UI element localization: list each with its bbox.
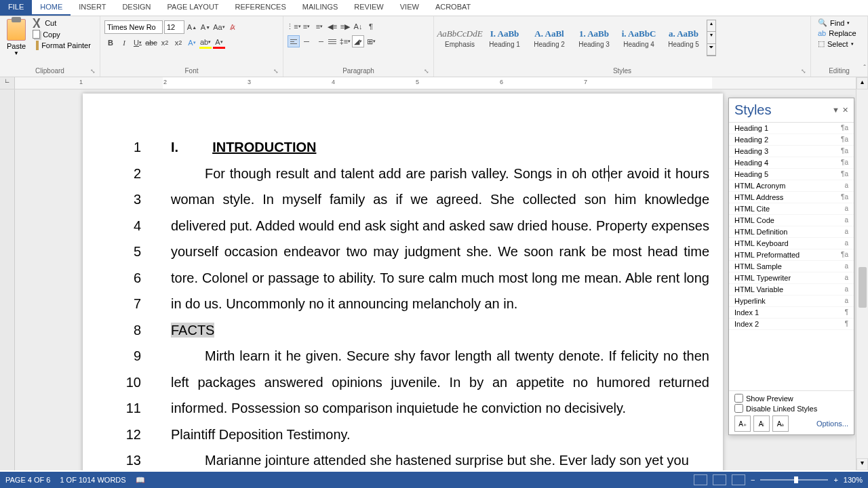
style-list-item[interactable]: Heading 3¶a — [729, 146, 854, 157]
disable-linked-checkbox[interactable]: Disable Linked Styles — [734, 404, 848, 413]
copy-button[interactable]: Copy — [30, 29, 94, 39]
styles-options-link[interactable]: Options... — [816, 420, 848, 428]
style-list-item[interactable]: HTML Address¶a — [729, 192, 854, 203]
bullets-button[interactable]: ⋮≡▾ — [288, 20, 300, 33]
zoom-slider[interactable] — [760, 479, 828, 481]
style-item-heading-2[interactable]: A. AaBlHeading 2 — [528, 20, 571, 56]
manage-styles-button[interactable]: Aₐ — [772, 415, 789, 432]
styles-gallery-scroll[interactable]: ▴▾⏷ — [707, 20, 716, 56]
tab-mailings[interactable]: MAILINGS — [294, 0, 347, 16]
style-item-heading-5[interactable]: a. AaBbHeading 5 — [662, 20, 705, 56]
align-center-button[interactable] — [300, 35, 313, 47]
zoom-thumb[interactable] — [794, 476, 798, 483]
tab-file[interactable]: FILE — [0, 0, 32, 16]
grow-font-button[interactable]: A▲ — [186, 21, 198, 33]
style-list-item[interactable]: Heading 4¶a — [729, 157, 854, 169]
styles-pane-close-icon[interactable]: ✕ — [842, 106, 848, 115]
style-list-item[interactable]: HTML Variablea — [729, 284, 854, 296]
spelling-icon[interactable]: 📖 — [136, 476, 145, 485]
font-name-combo[interactable] — [104, 20, 163, 34]
change-case-button[interactable]: Aa▾ — [213, 21, 225, 33]
style-list-item[interactable]: HTML Acronyma — [729, 180, 854, 192]
styles-pane-dropdown-icon[interactable]: ▼ — [832, 106, 840, 115]
font-dialog-launcher[interactable]: ⤡ — [273, 68, 281, 76]
bold-button[interactable]: B — [104, 37, 117, 49]
decrease-indent-button[interactable]: ◀≡ — [326, 20, 338, 33]
line-spacing-button[interactable]: ‡≡▾ — [339, 35, 351, 47]
show-marks-button[interactable]: ¶ — [365, 20, 377, 33]
scroll-up-button[interactable]: ▴ — [856, 77, 868, 89]
zoom-level[interactable]: 130% — [844, 476, 863, 484]
vertical-scrollbar[interactable]: ▴ ▾ — [856, 77, 868, 470]
shrink-font-button[interactable]: A▼ — [199, 21, 212, 33]
style-list-item[interactable]: Hyperlinka — [729, 296, 854, 307]
tab-insert[interactable]: INSERT — [71, 0, 114, 16]
superscript-button[interactable]: x2 — [172, 37, 184, 49]
zoom-in-button[interactable]: + — [833, 476, 837, 484]
web-layout-button[interactable] — [732, 474, 745, 485]
tab-acrobat[interactable]: ACROBAT — [427, 0, 479, 16]
status-words[interactable]: 1 OF 1014 WORDS — [60, 476, 125, 485]
style-list-item[interactable]: Index 1¶ — [729, 307, 854, 319]
tab-selector[interactable]: ∟ — [0, 77, 15, 89]
align-right-button[interactable] — [313, 35, 326, 47]
styles-list[interactable]: Heading 1¶aHeading 2¶aHeading 3¶aHeading… — [729, 122, 854, 391]
cut-button[interactable]: Cut — [30, 18, 94, 28]
tab-design[interactable]: DESIGN — [114, 0, 159, 16]
format-painter-button[interactable]: Format Painter — [30, 40, 94, 51]
status-page[interactable]: PAGE 4 OF 6 — [5, 476, 50, 485]
align-left-button[interactable] — [288, 35, 300, 47]
scroll-down-button[interactable]: ▾ — [856, 458, 868, 470]
style-list-item[interactable]: HTML Typewritera — [729, 272, 854, 284]
select-button[interactable]: ⬚Select▾ — [815, 39, 863, 49]
style-list-item[interactable]: HTML Definitiona — [729, 226, 854, 238]
shading-button[interactable]: ◢▾ — [352, 35, 364, 47]
ruler-vertical[interactable] — [0, 89, 15, 470]
style-inspector-button[interactable]: Aᵢ — [753, 415, 770, 432]
underline-button[interactable]: U▾ — [132, 37, 144, 49]
italic-button[interactable]: I — [118, 37, 130, 49]
style-list-item[interactable]: HTML Keyboarda — [729, 238, 854, 249]
show-preview-checkbox[interactable]: Show Preview — [734, 394, 848, 403]
numbering-button[interactable]: ≡▾ — [300, 20, 313, 33]
style-item-heading-4[interactable]: i. AaBbCHeading 4 — [617, 20, 660, 56]
collapse-ribbon-button[interactable]: ˆ — [863, 64, 866, 72]
font-color-button[interactable]: A▾ — [213, 37, 225, 49]
find-button[interactable]: 🔍Find▾ — [815, 18, 863, 28]
style-list-item[interactable]: Heading 1¶a — [729, 123, 854, 134]
style-list-item[interactable]: HTML Preformatted¶a — [729, 249, 854, 261]
font-size-combo[interactable] — [164, 20, 184, 34]
print-layout-button[interactable] — [713, 474, 726, 485]
style-item-heading-3[interactable]: 1. AaBbHeading 3 — [572, 20, 616, 56]
style-list-item[interactable]: Index 2¶ — [729, 319, 854, 330]
borders-button[interactable]: ⊞▾ — [365, 35, 377, 47]
multilevel-list-button[interactable]: ≡▾ — [313, 20, 326, 33]
replace-button[interactable]: abReplace — [815, 28, 863, 38]
justify-button[interactable] — [326, 35, 338, 47]
style-item-heading-1[interactable]: I. AaBbHeading 1 — [483, 20, 526, 56]
tab-view[interactable]: VIEW — [392, 0, 427, 16]
clear-formatting-button[interactable]: A̷ — [226, 21, 239, 33]
document-page[interactable]: 12345678910111213 I.INTRODUCTION For tho… — [83, 94, 723, 470]
new-style-button[interactable]: A₊ — [734, 415, 751, 432]
text-effects-button[interactable]: A▾ — [186, 37, 198, 49]
style-list-item[interactable]: HTML Samplea — [729, 261, 854, 272]
increase-indent-button[interactable]: ≡▶ — [339, 20, 351, 33]
styles-dialog-launcher[interactable]: ⤡ — [801, 68, 809, 76]
style-list-item[interactable]: Heading 5¶a — [729, 169, 854, 180]
scroll-thumb[interactable] — [859, 267, 867, 308]
style-list-item[interactable]: Heading 2¶a — [729, 134, 854, 146]
strikethrough-button[interactable]: abc — [145, 37, 157, 49]
highlight-button[interactable]: ab▾ — [199, 37, 212, 49]
sort-button[interactable]: A↓ — [352, 20, 364, 33]
tab-page-layout[interactable]: PAGE LAYOUT — [159, 0, 227, 16]
tab-references[interactable]: REFERENCES — [227, 0, 294, 16]
read-mode-button[interactable] — [694, 474, 707, 485]
zoom-out-button[interactable]: − — [751, 476, 755, 484]
document-content[interactable]: I.INTRODUCTION For though result and tal… — [171, 134, 709, 470]
paragraph-dialog-launcher[interactable]: ⤡ — [424, 68, 432, 76]
style-list-item[interactable]: HTML Citea — [729, 203, 854, 215]
paste-button[interactable]: Paste ▼ — [4, 18, 28, 58]
subscript-button[interactable]: x2 — [159, 37, 171, 49]
tab-home[interactable]: HOME — [32, 0, 71, 16]
